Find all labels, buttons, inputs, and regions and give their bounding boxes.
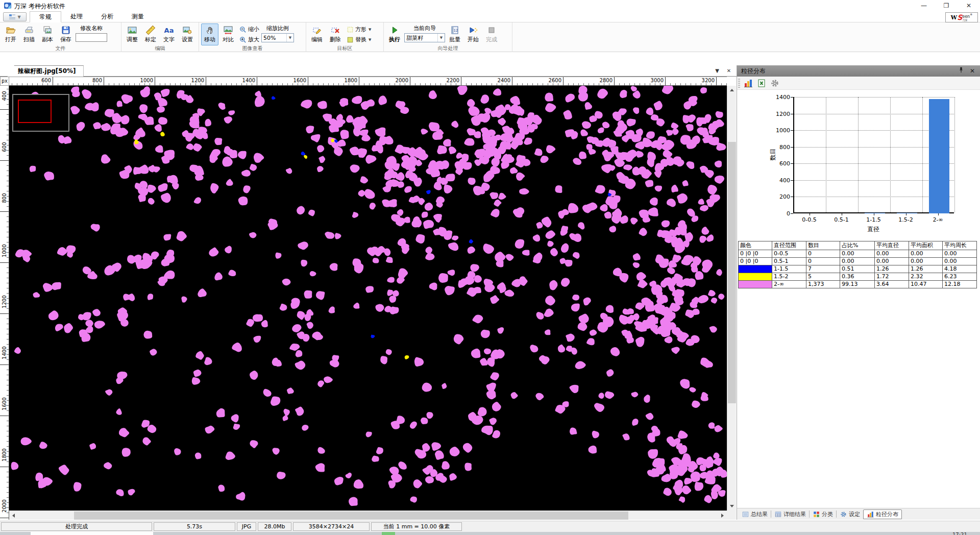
scroll-right-icon[interactable] [718, 511, 727, 520]
v-ruler-tick [0, 416, 9, 416]
horizontal-scrollbar[interactable] [9, 510, 727, 520]
tab-测量[interactable]: 测量 [122, 11, 153, 22]
对比-button[interactable]: 对比 [219, 23, 237, 45]
minimize-button[interactable]: — [913, 0, 935, 11]
h-ruler-tick [563, 77, 564, 86]
combobox-value: 50% [263, 35, 286, 41]
打开-button[interactable]: 打开 [2, 23, 19, 45]
chart-bar-1.5-2 [897, 213, 917, 214]
table-color-cell [739, 281, 772, 288]
chart-gridline [794, 97, 954, 98]
panel-tab-label: 设定 [849, 510, 860, 518]
tab-常规[interactable]: 常规 [30, 11, 61, 22]
colored-chart-icon [743, 78, 753, 88]
status-segment: 28.0Mb [258, 522, 291, 531]
image-settings-icon [182, 25, 192, 35]
application-window: 万深 考种分析软件 — ❐ ✕ ▼ 常规处理分析测量 WS een® 万深 打开… [0, 0, 980, 535]
v-ruler-label: 1800 [2, 449, 7, 466]
标定-button[interactable]: 标定 [142, 23, 159, 45]
tab-close-icon[interactable]: ✕ [724, 67, 733, 75]
替换-button[interactable]: 替换▼ [345, 35, 372, 44]
scroll-down-icon[interactable] [727, 502, 737, 510]
ruler-unit-box: px [0, 77, 9, 86]
tab-处理[interactable]: 处理 [61, 11, 92, 22]
tab-list-dropdown-icon[interactable]: ▼ [713, 67, 722, 75]
toolbar-grip [738, 79, 740, 88]
缩小-button[interactable]: 缩小 [238, 25, 260, 34]
document-tab[interactable]: 辣椒籽图.jpg[50%] [7, 65, 84, 77]
v-ruler-label: 2000 [2, 500, 7, 517]
rename-input[interactable] [76, 33, 107, 42]
h-ruler-tick [410, 77, 410, 86]
批量-button[interactable]: 12批量 [446, 23, 463, 45]
table-cell: 1.5-2 [772, 273, 806, 281]
ribbon-group-label: 目标区 [306, 45, 383, 52]
h-ruler-label: 800 [83, 78, 102, 83]
chart-x-tick [842, 213, 842, 215]
taskbar-clock: 17:21 [952, 532, 967, 535]
文字-button[interactable]: Aa文字 [160, 23, 178, 45]
zoom-out-icon [239, 26, 247, 34]
excel-export-icon[interactable] [756, 78, 767, 88]
chevron-down-icon[interactable]: ▼ [286, 34, 293, 42]
status-segment: 5.73s [154, 522, 235, 531]
方形-button[interactable]: 方形▼ [345, 25, 372, 34]
detail-table-icon [774, 510, 782, 518]
开始-button[interactable]: 开始 [464, 23, 482, 45]
move-hand-icon [205, 25, 215, 35]
panel-tab-详细结果[interactable]: 详细结果 [771, 509, 809, 519]
image-viewport-canvas[interactable] [9, 86, 727, 510]
chart-x-tick-label: 1-1.5 [859, 216, 889, 223]
panel-close-icon[interactable]: ✕ [968, 67, 977, 75]
设置-button[interactable]: 设置 [179, 23, 196, 45]
table-header-cell: 数目 [806, 241, 840, 250]
pin-icon[interactable] [957, 67, 966, 75]
chart-type-icon[interactable] [743, 78, 753, 88]
panel-tab-设定[interactable]: 设定 [837, 509, 863, 519]
blue-gear-icon [840, 510, 847, 518]
button-label: 批量 [449, 36, 460, 43]
vertical-scrollbar-thumb[interactable] [728, 142, 736, 403]
navigator-view-rectangle[interactable] [18, 100, 52, 123]
h-ruler-label: 2600 [542, 78, 561, 83]
删除-button[interactable]: 删除 [327, 23, 344, 45]
ribbon-group-label: 向导处理 [384, 45, 512, 52]
summary-list-icon [742, 510, 749, 518]
chevron-down-icon[interactable]: ▼ [369, 28, 371, 32]
close-button[interactable]: ✕ [958, 0, 980, 11]
缩放比例-combobox[interactable]: 50%▼ [261, 33, 294, 42]
table-cell: 0.00 [875, 250, 909, 258]
chart-y-tick [791, 163, 793, 164]
扫描-button[interactable]: 扫描 [20, 23, 38, 45]
table-color-cell: 0 |0 |0 [739, 250, 772, 258]
副本-button[interactable]: 副本 [39, 23, 56, 45]
放大-button[interactable]: 放大 [238, 35, 260, 44]
navigator-minimap[interactable] [12, 94, 69, 132]
移动-button[interactable]: 移动 [201, 23, 218, 45]
scroll-left-icon[interactable] [9, 511, 18, 520]
edit-region-icon [312, 25, 322, 35]
编辑-button[interactable]: 编辑 [308, 23, 326, 45]
h-ruler-tick [359, 77, 359, 86]
horizontal-scrollbar-thumb[interactable] [74, 512, 628, 520]
调整-button[interactable]: 调整 [124, 23, 141, 45]
contrast-icon [223, 25, 233, 35]
chevron-down-icon[interactable]: ▼ [369, 38, 371, 42]
settings-gear-icon[interactable] [770, 78, 780, 88]
summary-list-icon [742, 510, 749, 518]
panel-tab-总结果[interactable]: 总结果 [739, 509, 771, 519]
scroll-up-icon[interactable] [727, 86, 737, 94]
table-cell: 12.18 [943, 281, 977, 288]
app-menu-button[interactable]: ▼ [3, 12, 27, 21]
当前向导-combobox[interactable]: 甜菜籽▼ [404, 33, 445, 42]
chevron-down-icon[interactable]: ▼ [437, 34, 445, 42]
tab-分析[interactable]: 分析 [92, 11, 122, 22]
button-label: 编辑 [311, 36, 323, 43]
执行-button[interactable]: 执行 [386, 23, 403, 45]
panel-tab-粒径分布[interactable]: 粒径分布 [863, 509, 902, 519]
restore-button[interactable]: ❐ [935, 0, 958, 11]
vertical-scrollbar[interactable] [727, 86, 736, 510]
h-ruler-label: 1600 [287, 78, 306, 83]
保存-button[interactable]: 保存 [57, 23, 75, 45]
panel-tab-分类[interactable]: 分类 [810, 509, 836, 519]
